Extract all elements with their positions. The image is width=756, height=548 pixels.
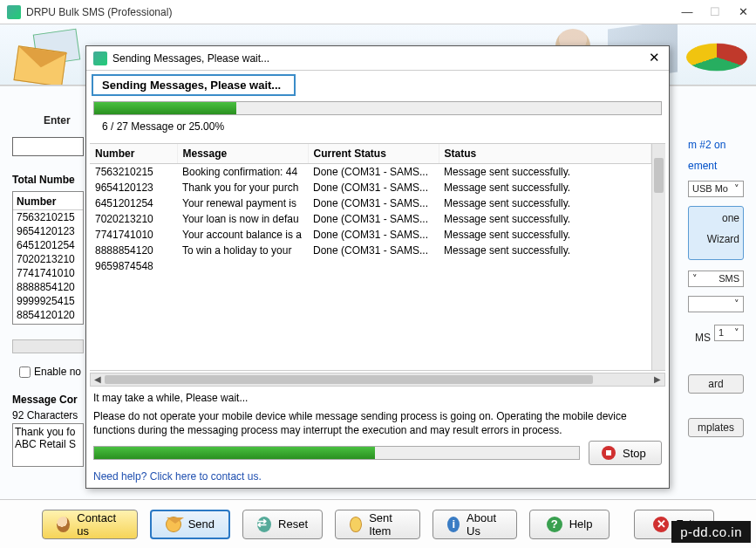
enable-checkbox[interactable]: [19, 366, 31, 378]
enable-checkbox-row[interactable]: Enable no: [19, 366, 81, 378]
need-help-link[interactable]: Need help? Click here to contact us.: [93, 470, 662, 483]
message-composition-label: Message Cor: [12, 394, 78, 406]
table-cell: [439, 258, 651, 274]
characters-label: 92 Characters: [12, 409, 78, 421]
stop-button[interactable]: Stop: [589, 441, 662, 465]
message-textarea[interactable]: Thank you fo ABC Retail S: [12, 423, 84, 467]
overall-progress-bar: [93, 101, 662, 115]
about-us-button[interactable]: i About Us: [432, 510, 517, 539]
wizard-button[interactable]: ard: [688, 374, 744, 394]
table-cell: Done (COM31 - SAMS...: [308, 243, 439, 258]
help-label: Help: [569, 517, 593, 531]
table-cell: Done (COM31 - SAMS...: [308, 180, 439, 195]
table-cell: 8888854120: [90, 243, 177, 258]
templates-button[interactable]: mplates: [688, 418, 744, 437]
reset-label: Reset: [278, 517, 308, 531]
number-list-item[interactable]: 6451201254: [13, 238, 83, 252]
table-cell: 6451201254: [90, 195, 177, 211]
table-row[interactable]: 8888854120To win a holiday to yourDone (…: [90, 243, 651, 258]
contact-label: Contact us: [77, 511, 123, 538]
table-cell: Your loan is now in defau: [177, 211, 308, 227]
bottom-toolbar: Contact us Send ⇄ Reset Sent Item i Abou…: [0, 499, 756, 548]
scroll-left-icon[interactable]: ◀: [91, 373, 105, 386]
count-select[interactable]: 1˅: [714, 325, 744, 341]
dialog-footer: It may take a while, Please wait... Plea…: [86, 387, 669, 488]
wait-text: It may take a while, Please wait...: [93, 392, 662, 404]
help-button[interactable]: ? Help: [529, 510, 610, 539]
send-label: Send: [188, 517, 215, 531]
window-titlebar: DRPU Bulk SMS (Professional) — ☐ ✕: [0, 0, 756, 24]
number-list-item[interactable]: 7741741010: [13, 266, 83, 280]
table-vertical-scrollbar[interactable]: [651, 144, 665, 370]
table-cell: [308, 258, 439, 274]
dialog-close-button[interactable]: ✕: [646, 51, 662, 66]
col-message[interactable]: Message: [177, 144, 308, 164]
device-select[interactable]: USB Mo˅: [688, 181, 744, 197]
number-list-scrollbar[interactable]: [12, 339, 84, 353]
scroll-right-icon[interactable]: ▶: [650, 373, 664, 386]
table-row[interactable]: 9659874548: [90, 258, 651, 274]
reset-button[interactable]: ⇄ Reset: [242, 510, 323, 539]
person-icon: [57, 517, 70, 532]
warning-text: Please do not operate your mobile device…: [93, 409, 662, 437]
dialog-titlebar: Sending Messages, Please wait... ✕: [86, 46, 669, 71]
table-row[interactable]: 7741741010Your account balance is aDone …: [90, 227, 651, 243]
table-row[interactable]: 6451201254Your renewal payment isDone (C…: [90, 195, 651, 211]
col-current-status[interactable]: Current Status: [308, 144, 439, 164]
table-row[interactable]: 9654120123Thank you for your purchDone (…: [90, 180, 651, 195]
table-cell: 7741741010: [90, 227, 177, 243]
pie-chart-icon: [686, 33, 747, 81]
select-2[interactable]: ˅: [688, 296, 744, 312]
sent-item-button[interactable]: Sent Item: [335, 510, 420, 539]
enter-input[interactable]: [12, 137, 84, 156]
table-cell: Done (COM31 - SAMS...: [308, 164, 439, 181]
table-cell: To win a holiday to your: [177, 243, 308, 258]
send-button[interactable]: Send: [150, 510, 230, 539]
table-cell: 7020213210: [90, 211, 177, 227]
number-list: Number 756321021596541201236451201254702…: [12, 191, 84, 325]
enable-label: Enable no: [34, 366, 81, 378]
dialog-subtitle: Sending Messages, Please wait...: [92, 74, 296, 96]
sms-select[interactable]: ˅SMS: [688, 271, 744, 287]
dialog-icon: [93, 51, 107, 65]
maximize-button[interactable]: ☐: [709, 6, 721, 18]
folder-icon: [350, 517, 362, 532]
stop-icon: [602, 446, 616, 460]
table-row[interactable]: 7563210215Booking confirmation: 44Done (…: [90, 164, 651, 181]
table-cell: 7563210215: [90, 164, 177, 181]
phone-wizard-box[interactable]: one Wizard: [688, 206, 744, 260]
close-button[interactable]: ✕: [737, 6, 749, 18]
right-link-2[interactable]: m #2 on: [688, 139, 744, 151]
reset-icon: ⇄: [257, 517, 271, 532]
number-list-item[interactable]: 8888854120: [13, 280, 83, 294]
number-list-item[interactable]: 7020213210: [13, 252, 83, 266]
dialog-header: Sending Messages, Please wait... 6 / 27 …: [86, 71, 669, 141]
table-cell: Message sent successfully.: [439, 243, 651, 258]
number-header: Number: [13, 194, 83, 210]
right-link-mgmt[interactable]: ement: [688, 160, 744, 172]
minimize-button[interactable]: —: [681, 6, 693, 18]
right-panel-partial: m #2 on ement USB Mo˅ one Wizard ˅SMS ˅ …: [688, 139, 744, 446]
window-title: DRPU Bulk SMS (Professional): [26, 6, 681, 18]
col-number[interactable]: Number: [90, 144, 177, 164]
message-status-table: Number Message Current Status Status 756…: [90, 144, 651, 370]
table-horizontal-scrollbar[interactable]: ◀ ▶: [90, 373, 665, 387]
envelope-icon: [166, 517, 181, 532]
help-icon: ?: [547, 517, 562, 532]
table-cell: Message sent successfully.: [439, 227, 651, 243]
watermark: p-dd.co.in: [671, 521, 751, 543]
table-cell: Your renewal payment is: [177, 195, 308, 211]
number-list-item[interactable]: 8854120120: [13, 308, 83, 322]
number-list-item[interactable]: 9654120123: [13, 224, 83, 238]
number-list-item[interactable]: 9999925415: [13, 294, 83, 308]
table-cell: Message sent successfully.: [439, 195, 651, 211]
envelope-icon: [13, 45, 66, 86]
table-row[interactable]: 7020213210Your loan is now in defauDone …: [90, 211, 651, 227]
current-progress-bar: [93, 446, 580, 460]
number-list-item[interactable]: 7563210215: [13, 210, 83, 224]
stop-label: Stop: [623, 447, 646, 460]
window-controls: — ☐ ✕: [681, 6, 749, 18]
table-cell: 9654120123: [90, 180, 177, 195]
contact-us-button[interactable]: Contact us: [42, 510, 138, 539]
col-status[interactable]: Status: [439, 144, 651, 164]
